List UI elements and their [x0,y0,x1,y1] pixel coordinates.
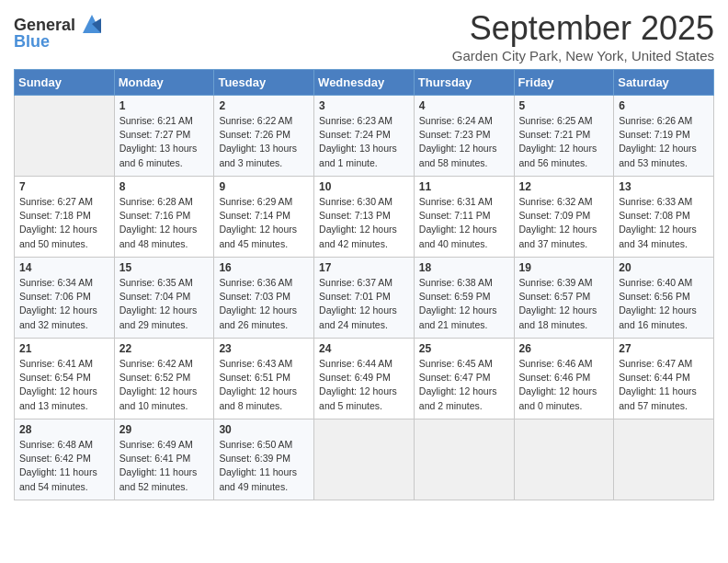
header-cell-sunday: Sunday [15,70,115,96]
day-info: Sunrise: 6:36 AMSunset: 7:03 PMDaylight:… [219,276,309,332]
header-cell-saturday: Saturday [614,70,714,96]
day-info: Sunrise: 6:31 AMSunset: 7:11 PMDaylight:… [419,195,509,251]
day-number: 30 [219,423,309,436]
day-info: Sunrise: 6:44 AMSunset: 6:49 PMDaylight:… [319,357,409,413]
day-info: Sunrise: 6:28 AMSunset: 7:16 PMDaylight:… [119,195,210,251]
day-number: 20 [619,261,709,274]
day-info: Sunrise: 6:21 AMSunset: 7:27 PMDaylight:… [119,114,210,170]
calendar-cell: 25Sunrise: 6:45 AMSunset: 6:47 PMDayligh… [414,339,514,419]
day-info: Sunrise: 6:25 AMSunset: 7:21 PMDaylight:… [519,114,609,170]
day-info: Sunrise: 6:34 AMSunset: 7:06 PMDaylight:… [19,276,109,332]
calendar-week-row: 7Sunrise: 6:27 AMSunset: 7:18 PMDaylight… [15,177,714,258]
header: General Blue September 2025 Garden City … [14,9,714,63]
logo-icon [79,11,105,37]
calendar-cell: 17Sunrise: 6:37 AMSunset: 7:01 PMDayligh… [314,258,415,339]
calendar-cell: 11Sunrise: 6:31 AMSunset: 7:11 PMDayligh… [414,177,514,258]
day-info: Sunrise: 6:45 AMSunset: 6:47 PMDaylight:… [419,357,509,413]
calendar-cell: 5Sunrise: 6:25 AMSunset: 7:21 PMDaylight… [514,96,614,177]
calendar-cell: 29Sunrise: 6:49 AMSunset: 6:41 PMDayligh… [114,419,214,500]
calendar-cell: 21Sunrise: 6:41 AMSunset: 6:54 PMDayligh… [15,339,115,419]
calendar-cell: 10Sunrise: 6:30 AMSunset: 7:13 PMDayligh… [314,177,415,258]
title-area: September 2025 Garden City Park, New Yor… [452,9,714,63]
day-number: 7 [19,180,109,193]
calendar-cell: 30Sunrise: 6:50 AMSunset: 6:39 PMDayligh… [214,419,314,500]
calendar-cell [414,419,514,500]
day-number: 11 [419,180,509,193]
day-info: Sunrise: 6:50 AMSunset: 6:39 PMDaylight:… [219,438,309,494]
day-info: Sunrise: 6:23 AMSunset: 7:24 PMDaylight:… [319,114,409,170]
day-info: Sunrise: 6:30 AMSunset: 7:13 PMDaylight:… [319,195,409,251]
calendar-cell: 7Sunrise: 6:27 AMSunset: 7:18 PMDaylight… [15,177,115,258]
day-info: Sunrise: 6:40 AMSunset: 6:56 PMDaylight:… [619,276,709,332]
calendar-cell: 18Sunrise: 6:38 AMSunset: 6:59 PMDayligh… [414,258,514,339]
day-info: Sunrise: 6:39 AMSunset: 6:57 PMDaylight:… [519,276,609,332]
day-info: Sunrise: 6:24 AMSunset: 7:23 PMDaylight:… [419,114,509,170]
day-info: Sunrise: 6:38 AMSunset: 6:59 PMDaylight:… [419,276,509,332]
header-cell-friday: Friday [514,70,614,96]
calendar-cell: 15Sunrise: 6:35 AMSunset: 7:04 PMDayligh… [114,258,214,339]
day-info: Sunrise: 6:49 AMSunset: 6:41 PMDaylight:… [119,438,210,494]
calendar-cell: 23Sunrise: 6:43 AMSunset: 6:51 PMDayligh… [214,339,314,419]
calendar-cell: 13Sunrise: 6:33 AMSunset: 7:08 PMDayligh… [614,177,714,258]
calendar-cell: 27Sunrise: 6:47 AMSunset: 6:44 PMDayligh… [614,339,714,419]
day-number: 14 [19,261,109,274]
calendar-cell: 28Sunrise: 6:48 AMSunset: 6:42 PMDayligh… [15,419,115,500]
day-number: 2 [219,99,309,112]
day-number: 8 [119,180,210,193]
calendar-cell: 14Sunrise: 6:34 AMSunset: 7:06 PMDayligh… [15,258,115,339]
calendar-cell: 1Sunrise: 6:21 AMSunset: 7:27 PMDaylight… [114,96,214,177]
day-number: 15 [119,261,210,274]
calendar-cell: 22Sunrise: 6:42 AMSunset: 6:52 PMDayligh… [114,339,214,419]
day-number: 9 [219,180,309,193]
day-info: Sunrise: 6:35 AMSunset: 7:04 PMDaylight:… [119,276,210,332]
calendar-cell: 3Sunrise: 6:23 AMSunset: 7:24 PMDaylight… [314,96,415,177]
day-number: 23 [219,342,309,355]
day-info: Sunrise: 6:47 AMSunset: 6:44 PMDaylight:… [619,357,709,413]
calendar-week-row: 1Sunrise: 6:21 AMSunset: 7:27 PMDaylight… [15,96,714,177]
day-number: 21 [19,342,109,355]
calendar-week-row: 28Sunrise: 6:48 AMSunset: 6:42 PMDayligh… [15,419,714,500]
day-info: Sunrise: 6:32 AMSunset: 7:09 PMDaylight:… [519,195,609,251]
day-number: 13 [619,180,709,193]
day-number: 16 [219,261,309,274]
day-number: 4 [419,99,509,112]
day-number: 19 [519,261,609,274]
calendar-cell [314,419,415,500]
day-info: Sunrise: 6:29 AMSunset: 7:14 PMDaylight:… [219,195,309,251]
day-number: 18 [419,261,509,274]
header-cell-thursday: Thursday [414,70,514,96]
day-info: Sunrise: 6:37 AMSunset: 7:01 PMDaylight:… [319,276,409,332]
calendar-table: SundayMondayTuesdayWednesdayThursdayFrid… [14,69,714,500]
day-number: 22 [119,342,210,355]
month-title: September 2025 [452,9,714,48]
day-number: 17 [319,261,409,274]
day-number: 12 [519,180,609,193]
calendar-cell: 12Sunrise: 6:32 AMSunset: 7:09 PMDayligh… [514,177,614,258]
calendar-week-row: 14Sunrise: 6:34 AMSunset: 7:06 PMDayligh… [15,258,714,339]
calendar-cell [614,419,714,500]
day-info: Sunrise: 6:42 AMSunset: 6:52 PMDaylight:… [119,357,210,413]
day-number: 27 [619,342,709,355]
calendar-cell: 24Sunrise: 6:44 AMSunset: 6:49 PMDayligh… [314,339,415,419]
calendar-body: 1Sunrise: 6:21 AMSunset: 7:27 PMDaylight… [15,96,714,500]
calendar-cell: 16Sunrise: 6:36 AMSunset: 7:03 PMDayligh… [214,258,314,339]
day-number: 5 [519,99,609,112]
logo: General Blue [14,15,105,52]
calendar-header-row: SundayMondayTuesdayWednesdayThursdayFrid… [15,70,714,96]
day-number: 24 [319,342,409,355]
day-info: Sunrise: 6:48 AMSunset: 6:42 PMDaylight:… [19,438,109,494]
day-number: 10 [319,180,409,193]
calendar-cell: 9Sunrise: 6:29 AMSunset: 7:14 PMDaylight… [214,177,314,258]
calendar-cell: 8Sunrise: 6:28 AMSunset: 7:16 PMDaylight… [114,177,214,258]
day-info: Sunrise: 6:41 AMSunset: 6:54 PMDaylight:… [19,357,109,413]
day-number: 1 [119,99,210,112]
calendar-cell: 20Sunrise: 6:40 AMSunset: 6:56 PMDayligh… [614,258,714,339]
header-cell-monday: Monday [114,70,214,96]
calendar-cell: 6Sunrise: 6:26 AMSunset: 7:19 PMDaylight… [614,96,714,177]
calendar-cell: 4Sunrise: 6:24 AMSunset: 7:23 PMDaylight… [414,96,514,177]
day-number: 29 [119,423,210,436]
calendar-cell: 26Sunrise: 6:46 AMSunset: 6:46 PMDayligh… [514,339,614,419]
header-cell-tuesday: Tuesday [214,70,314,96]
calendar-cell [15,96,115,177]
calendar-cell: 19Sunrise: 6:39 AMSunset: 6:57 PMDayligh… [514,258,614,339]
